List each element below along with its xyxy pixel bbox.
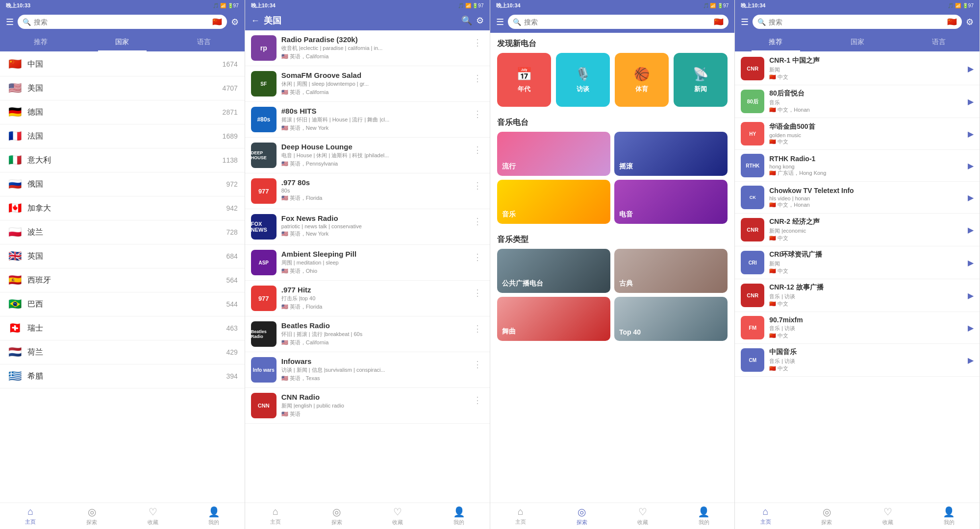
- tab-recommend-1[interactable]: 推荐: [0, 33, 81, 51]
- category-talk[interactable]: 🎙️ 访谈: [556, 53, 610, 107]
- category-news[interactable]: 📡 新闻: [674, 53, 728, 107]
- list-item[interactable]: DEEP HOUSE Deep House Lounge 电音 | House …: [245, 138, 490, 173]
- station-logo: CK: [741, 186, 764, 209]
- music-type-dance[interactable]: 舞曲: [497, 297, 610, 341]
- music-type-public[interactable]: 公共广播电台: [497, 249, 610, 293]
- more-menu-icon[interactable]: ⋮: [471, 35, 484, 50]
- list-item[interactable]: CRI CRI环球资讯广播 新闻 🇨🇳 中文 ▶: [735, 246, 980, 279]
- nav-home-4[interactable]: ⌂ 主页: [735, 506, 796, 526]
- more-menu-icon[interactable]: ⋮: [471, 178, 484, 193]
- list-item[interactable]: CNR CNR-1 中国之声 新闻 🇨🇳 中文 ▶: [735, 52, 980, 85]
- list-item[interactable]: 🇫🇷 法国 1689: [0, 124, 245, 148]
- more-menu-icon[interactable]: ⋮: [471, 107, 484, 121]
- music-card-pop[interactable]: 流行: [497, 132, 610, 176]
- station-info: CNR-2 经济之声 新闻 |economic 🇨🇳 中文: [769, 217, 963, 242]
- filter-button-4[interactable]: ⚙: [966, 17, 974, 27]
- list-item[interactable]: 80后 80后音悦台 音乐 🇨🇳 中文，Honan ▶: [735, 85, 980, 118]
- list-item[interactable]: CNR CNR-2 经济之声 新闻 |economic 🇨🇳 中文 ▶: [735, 214, 980, 246]
- list-item[interactable]: 🇳🇱 荷兰 429: [0, 340, 245, 364]
- list-item[interactable]: 🇮🇹 意大利 1138: [0, 148, 245, 172]
- radio-list: rp Radio Paradise (320k) 收音机 |eclectic |…: [245, 30, 490, 503]
- country-name: 希腊: [27, 371, 221, 382]
- nav-profile-3[interactable]: 👤 我的: [674, 506, 735, 526]
- search-button-2[interactable]: 🔍: [461, 15, 472, 26]
- list-item[interactable]: 🇬🇧 英国 684: [0, 244, 245, 268]
- station-info: 90.7mixfm 音乐 | 访谈 🇨🇳 中文: [769, 316, 963, 339]
- list-item[interactable]: #80s #80s HITS 摇滚 | 怀旧 | 迪斯科 | House | 流…: [245, 102, 490, 138]
- nav-favorites-1[interactable]: ♡ 收藏: [122, 506, 183, 526]
- tab-country-4[interactable]: 国家: [817, 33, 898, 51]
- filter-button-1[interactable]: ⚙: [231, 17, 239, 27]
- list-item[interactable]: 🇧🇷 巴西 544: [0, 292, 245, 316]
- list-item[interactable]: Beatles Radio Beatles Radio 怀旧 | 摇滚 | 流行…: [245, 316, 490, 352]
- list-item[interactable]: CM 中国音乐 音乐 | 访谈 🇨🇳 中文 ▶: [735, 344, 980, 377]
- list-item[interactable]: CNR CNR-12 故事广播 音乐 | 访谈 🇨🇳 中文 ▶: [735, 279, 980, 312]
- nav-favorites-2[interactable]: ♡ 收藏: [367, 506, 428, 526]
- search-bar-1[interactable]: 🔍 🇨🇳: [18, 15, 227, 29]
- list-item[interactable]: 🇵🇱 波兰 728: [0, 220, 245, 244]
- more-menu-icon[interactable]: ⋮: [471, 357, 484, 372]
- nav-explore-2[interactable]: ◎ 探索: [306, 506, 367, 526]
- search-input-4[interactable]: [769, 18, 944, 26]
- back-button-2[interactable]: ←: [251, 16, 260, 26]
- tab-recommend-4[interactable]: 推荐: [735, 33, 816, 51]
- list-item[interactable]: FM 90.7mixfm 音乐 | 访谈 🇨🇳 中文 ▶: [735, 312, 980, 344]
- more-menu-icon[interactable]: ⋮: [471, 393, 484, 408]
- more-menu-icon[interactable]: ⋮: [471, 214, 484, 229]
- more-menu-icon[interactable]: ⋮: [471, 143, 484, 157]
- list-item[interactable]: FOX NEWS Fox News Radio patriotic | news…: [245, 209, 490, 245]
- list-item[interactable]: 🇷🇺 俄国 972: [0, 172, 245, 196]
- music-type-top40[interactable]: Top 40: [614, 297, 728, 341]
- search-bar-3[interactable]: 🔍 🇨🇳: [508, 15, 729, 29]
- category-sports[interactable]: 🏀 体育: [615, 53, 669, 107]
- list-item[interactable]: 977 .977 80s 80s 🇺🇸 英语，Florida ⋮: [245, 173, 490, 209]
- filter-button-2[interactable]: ⚙: [476, 15, 484, 26]
- menu-button-4[interactable]: ☰: [741, 17, 749, 27]
- more-menu-icon[interactable]: ⋮: [471, 250, 484, 264]
- nav-profile-1[interactable]: 👤 我的: [183, 506, 245, 526]
- list-item[interactable]: 🇪🇸 西班牙 564: [0, 268, 245, 292]
- list-item[interactable]: 977 .977 Hitz 打击乐 |top 40 🇺🇸 英语，Florida …: [245, 281, 490, 316]
- list-item[interactable]: 🇨🇭 瑞士 463: [0, 316, 245, 340]
- list-item[interactable]: 🇺🇸 美国 4707: [0, 76, 245, 100]
- nav-profile-4[interactable]: 👤 我的: [918, 506, 980, 526]
- music-card-music[interactable]: 音乐: [497, 180, 610, 224]
- nav-favorites-4[interactable]: ♡ 收藏: [857, 506, 919, 526]
- list-item[interactable]: Info wars Infowars 访谈 | 新闻 | 信息 |surviva…: [245, 352, 490, 388]
- nav-profile-2[interactable]: 👤 我的: [428, 506, 490, 526]
- nav-explore-4[interactable]: ◎ 探索: [796, 506, 857, 526]
- list-item[interactable]: 🇬🇷 希腊 394: [0, 364, 245, 388]
- nav-explore-3[interactable]: ◎ 探索: [551, 506, 612, 526]
- search-input-1[interactable]: [34, 18, 209, 26]
- music-card-electronic[interactable]: 电音: [614, 180, 728, 224]
- list-item[interactable]: RTHK RTHK Radio-1 hong kong 🇨🇳 广东话，Hong …: [735, 150, 980, 182]
- list-item[interactable]: CNN CNN Radio 新闻 |english | public radio…: [245, 388, 490, 424]
- list-item[interactable]: SF SomaFM Groove Salad 休闲 | 周围 | sleep |…: [245, 66, 490, 102]
- list-item[interactable]: 🇨🇦 加拿大 942: [0, 196, 245, 220]
- tab-country-1[interactable]: 国家: [81, 33, 163, 51]
- nav-explore-1[interactable]: ◎ 探索: [61, 506, 123, 526]
- menu-button-3[interactable]: ☰: [496, 17, 504, 27]
- nav-home-1[interactable]: ⌂ 主页: [0, 506, 61, 526]
- nav-home-2[interactable]: ⌂ 主页: [245, 506, 306, 526]
- more-menu-icon[interactable]: ⋮: [471, 71, 484, 86]
- list-item[interactable]: rp Radio Paradise (320k) 收音机 |eclectic |…: [245, 30, 490, 66]
- list-item[interactable]: ASP Ambient Sleeping Pill 周围 | meditatio…: [245, 245, 490, 281]
- search-bar-4[interactable]: 🔍 🇨🇳: [753, 15, 962, 29]
- more-menu-icon[interactable]: ⋮: [471, 286, 484, 300]
- nav-home-3[interactable]: ⌂ 主页: [490, 506, 552, 526]
- nav-favorites-3[interactable]: ♡ 收藏: [612, 506, 674, 526]
- list-item[interactable]: HY 华语金曲500首 golden music 🇨🇳 中文 ▶: [735, 118, 980, 150]
- list-item[interactable]: CK Chowkow TV Teletext Info hls video | …: [735, 182, 980, 214]
- list-item[interactable]: 🇨🇳 中国 1674: [0, 52, 245, 76]
- music-card-rock[interactable]: 摇滚: [614, 132, 728, 176]
- list-item[interactable]: 🇩🇪 德国 2871: [0, 100, 245, 124]
- more-menu-icon[interactable]: ⋮: [471, 321, 484, 336]
- menu-button-1[interactable]: ☰: [6, 17, 14, 27]
- flag-ca: 🇨🇦: [7, 202, 23, 214]
- category-era[interactable]: 📅 年代: [497, 53, 551, 107]
- search-input-3[interactable]: [524, 18, 711, 26]
- music-type-classical[interactable]: 古典: [614, 249, 728, 293]
- tab-language-4[interactable]: 语言: [898, 33, 980, 51]
- tab-language-1[interactable]: 语言: [163, 33, 245, 51]
